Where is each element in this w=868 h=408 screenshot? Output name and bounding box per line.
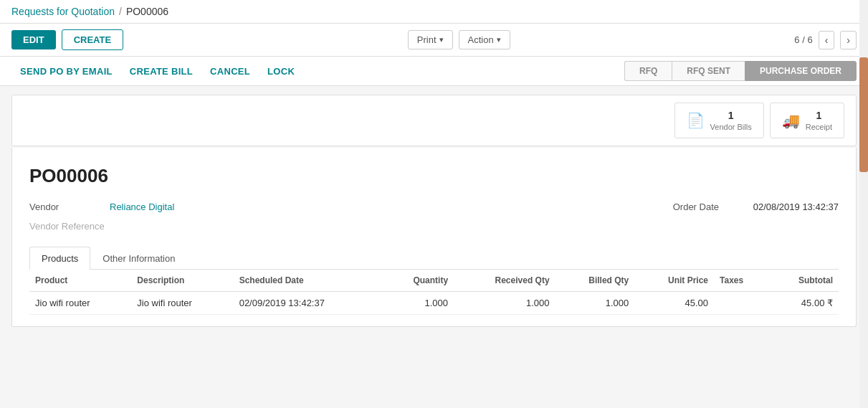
vendor-bills-text: 1 Vendor Bills [710,109,752,132]
main-content: 📄 1 Vendor Bills 🚚 1 Receipt PO00006 Ven… [0,86,868,336]
cell-description: Jio wifi router [131,292,233,315]
lock-button[interactable]: LOCK [259,62,303,81]
cell-product: Jio wifi router [29,292,131,315]
vendor-ref-label: Vendor Reference [29,221,105,232]
breadcrumb-separator: / [119,6,122,17]
receipt-button[interactable]: 🚚 1 Receipt [770,103,844,138]
secondary-toolbar: SEND PO BY EMAIL CREATE BILL CANCEL LOCK… [0,57,868,86]
vendor-ref-group: Vendor Reference [29,221,105,232]
vendor-group: Vendor Reliance Digital [29,201,174,212]
cell-scheduled-date: 02/09/2019 13:42:37 [234,292,383,315]
receipt-label: Receipt [806,122,832,132]
vendor-bills-count: 1 [710,109,752,122]
cell-subtotal: 45.00 ₹ [768,292,839,315]
col-header-taxes: Taxes [714,270,768,292]
products-tab-content: Product Description Scheduled Date Quant… [29,270,839,315]
action-button[interactable]: Action [459,30,510,49]
action-toolbar: EDIT CREATE Print Action 6 / 6 ‹ › [0,24,868,57]
pagination-label: 6 / 6 [794,34,812,45]
toolbar-right: 6 / 6 ‹ › [794,31,857,49]
tab-list: Products Other Information [29,246,839,270]
vendor-bills-button[interactable]: 📄 1 Vendor Bills [674,103,764,138]
col-header-billed-qty: Billed Qty [555,270,635,292]
po-number: PO00006 [29,165,839,187]
receipt-icon: 🚚 [782,112,800,129]
col-header-product: Product [29,270,131,292]
order-date-group: Order Date 02/08/2019 13:42:37 [673,201,839,212]
col-header-subtotal: Subtotal [768,270,839,292]
table-header: Product Description Scheduled Date Quant… [29,270,839,292]
status-tab-purchase-order[interactable]: PURCHASE ORDER [745,61,857,81]
cell-billed-qty: 1.000 [555,292,635,315]
prev-arrow[interactable]: ‹ [819,31,835,49]
tab-products[interactable]: Products [29,247,90,270]
breadcrumb-parent[interactable]: Requests for Quotation [11,6,115,17]
scrollbar-thumb[interactable] [859,57,868,172]
vendor-value[interactable]: Reliance Digital [110,201,174,212]
vendor-bills-icon: 📄 [687,112,705,129]
edit-button[interactable]: EDIT [11,30,56,49]
form-row-vendor-ref: Vendor Reference [29,221,839,232]
next-arrow[interactable]: › [840,31,857,49]
create-bill-button[interactable]: CREATE BILL [121,62,201,81]
cancel-button[interactable]: CANCEL [201,62,259,81]
breadcrumb-bar: Requests for Quotation / PO00006 [0,0,868,24]
receipt-count: 1 [806,109,832,122]
print-button[interactable]: Print [408,30,453,49]
col-header-unit-price: Unit Price [634,270,714,292]
table-body: Jio wifi router Jio wifi router 02/09/20… [29,292,839,315]
order-date-value: 02/08/2019 13:42:37 [753,201,839,212]
tab-other-information[interactable]: Other Information [90,247,187,270]
receipt-text: 1 Receipt [806,109,832,132]
col-header-quantity: Quantity [383,270,454,292]
status-tab-rfq[interactable]: RFQ [624,61,672,81]
cell-quantity: 1.000 [383,292,454,315]
cell-taxes [714,292,768,315]
scrollbar-track [859,0,868,336]
toolbar-center: Print Action [129,30,788,49]
col-header-description: Description [131,270,233,292]
cell-unit-price: 45.00 [634,292,714,315]
col-header-scheduled-date: Scheduled Date [234,270,383,292]
create-button[interactable]: CREATE [62,29,123,50]
form-row-vendor: Vendor Reliance Digital Order Date 02/08… [29,201,839,212]
send-po-email-button[interactable]: SEND PO BY EMAIL [11,62,121,81]
products-table: Product Description Scheduled Date Quant… [29,270,839,315]
breadcrumb-current: PO00006 [126,6,168,17]
status-tab-rfq-sent[interactable]: RFQ SENT [672,61,745,81]
col-header-received-qty: Received Qty [454,270,555,292]
form-section: PO00006 Vendor Reliance Digital Order Da… [11,148,857,327]
vendor-bills-label: Vendor Bills [710,122,752,132]
status-tabs: RFQ RFQ SENT PURCHASE ORDER [624,61,857,81]
tabs-container: Products Other Information Product Descr… [29,246,839,315]
smart-buttons: 📄 1 Vendor Bills 🚚 1 Receipt [11,95,857,146]
order-date-label: Order Date [673,201,745,212]
cell-received-qty: 1.000 [454,292,555,315]
vendor-label: Vendor [29,201,101,212]
table-row[interactable]: Jio wifi router Jio wifi router 02/09/20… [29,292,839,315]
